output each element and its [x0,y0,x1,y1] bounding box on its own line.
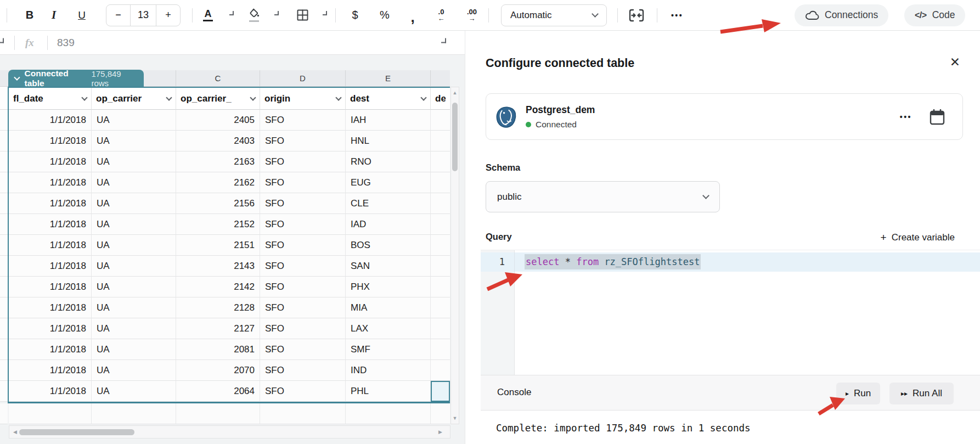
cell[interactable]: 1/1/2018 [9,131,92,151]
column-letter-partial[interactable] [431,70,450,87]
chevron-down-icon[interactable] [14,74,20,80]
cell[interactable]: SFO [260,318,346,339]
text-color-button[interactable]: A [198,5,218,25]
cell[interactable]: UA [92,193,176,214]
cell[interactable]: 1/1/2018 [9,110,92,131]
cell[interactable]: SFO [260,297,346,318]
cell[interactable]: 2152 [176,214,260,235]
cell[interactable] [431,214,450,235]
header-op-carrier[interactable]: op_carrier [92,88,176,110]
chevron-down-icon[interactable] [420,94,426,100]
cell[interactable] [431,235,450,256]
cell[interactable]: 1/1/2018 [9,277,92,297]
cell[interactable]: 1/1/2018 [9,172,92,193]
code-button[interactable]: </> Code [904,4,965,26]
italic-button[interactable]: I [44,5,64,25]
cell[interactable]: UA [92,151,176,172]
cell[interactable]: 2143 [176,256,260,277]
cell[interactable]: UA [92,277,176,297]
cell[interactable] [431,297,450,318]
more-options-button[interactable]: ••• [667,5,687,25]
close-icon[interactable]: ✕ [950,55,960,70]
chevron-down-icon[interactable] [166,94,172,100]
cell[interactable]: 2064 [176,381,260,402]
cell[interactable]: 1/1/2018 [9,235,92,256]
cell[interactable]: UA [92,110,176,131]
percent-format-button[interactable]: % [375,5,395,25]
create-variable-button[interactable]: + Create variable [881,232,955,244]
cell[interactable] [431,110,450,131]
cell[interactable]: 2156 [176,193,260,214]
cell[interactable]: UA [92,318,176,339]
cell[interactable]: IND [346,360,431,381]
cell[interactable]: UA [92,131,176,151]
cell[interactable]: SMF [346,339,431,360]
cell[interactable]: PHX [346,277,431,297]
cell[interactable] [260,403,346,424]
cell[interactable]: MIA [346,297,431,318]
scroll-up-icon[interactable]: ▲ [451,90,459,95]
vertical-scrollbar[interactable]: ▲ ▼ [450,87,459,424]
cell[interactable]: 2162 [176,172,260,193]
cell[interactable]: SFO [260,256,346,277]
cell[interactable]: 1/1/2018 [9,339,92,360]
cell[interactable] [431,193,450,214]
cell[interactable]: SFO [260,339,346,360]
cell[interactable]: 2081 [176,339,260,360]
cell[interactable]: CLE [346,193,431,214]
font-size-value[interactable]: 13 [130,5,156,26]
decrease-decimals-button[interactable]: .0← [431,5,451,25]
calendar-icon[interactable] [930,109,945,126]
cell[interactable]: SFO [260,131,346,151]
cell[interactable] [92,403,176,424]
decrease-font-button[interactable]: − [106,5,130,26]
cell[interactable] [9,403,92,424]
horizontal-scrollbar[interactable]: ◀ ▶ [9,425,450,439]
cell[interactable] [431,318,450,339]
column-letter-c[interactable]: C [176,70,260,87]
chevron-down-icon[interactable] [229,11,234,15]
cell[interactable] [431,172,450,193]
cell[interactable]: RNO [346,151,431,172]
cell[interactable]: UA [92,172,176,193]
cell[interactable]: UA [92,297,176,318]
query-code[interactable]: select * from rz_SFOflightstest [515,252,701,272]
scroll-right-icon[interactable]: ▶ [438,429,442,435]
cell[interactable]: 2405 [176,110,260,131]
bold-button[interactable]: B [20,5,40,25]
currency-format-button[interactable]: $ [345,5,365,25]
connection-card[interactable]: Postgrest_dem Connected ••• [486,93,963,140]
cell[interactable]: HNL [346,131,431,151]
column-letter-e[interactable]: E [346,70,431,87]
query-editor[interactable]: 1 select * from rz_SFOflightstest [481,250,980,375]
cell[interactable]: 2142 [176,277,260,297]
cell[interactable]: SFO [260,235,346,256]
header-partial[interactable]: de [431,88,450,110]
borders-button[interactable] [292,5,312,25]
selected-cell[interactable] [431,381,450,402]
cell[interactable]: 2403 [176,131,260,151]
cell[interactable] [431,360,450,381]
cell[interactable]: 2128 [176,297,260,318]
cell[interactable]: SFO [260,214,346,235]
cell[interactable] [431,339,450,360]
cell[interactable]: UA [92,256,176,277]
cell[interactable]: 1/1/2018 [9,151,92,172]
scroll-down-icon[interactable]: ▼ [451,415,459,421]
cell[interactable]: 1/1/2018 [9,256,92,277]
cell[interactable]: UA [92,360,176,381]
cell[interactable]: 1/1/2018 [9,318,92,339]
cell[interactable]: LAX [346,318,431,339]
cell[interactable]: IAD [346,214,431,235]
header-dest[interactable]: dest [346,88,431,110]
cell[interactable]: 1/1/2018 [9,297,92,318]
formula-input[interactable]: 839 [57,37,75,49]
chevron-down-icon[interactable] [250,94,256,100]
chevron-down-icon[interactable] [323,11,327,15]
cell[interactable]: UA [92,339,176,360]
cell[interactable]: 1/1/2018 [9,381,92,402]
cell[interactable]: SAN [346,256,431,277]
scroll-left-icon[interactable]: ◀ [13,429,17,435]
connected-table-tab[interactable]: Connected table 175,849 rows [8,70,144,87]
header-fl-date[interactable]: fl_date [9,88,92,110]
